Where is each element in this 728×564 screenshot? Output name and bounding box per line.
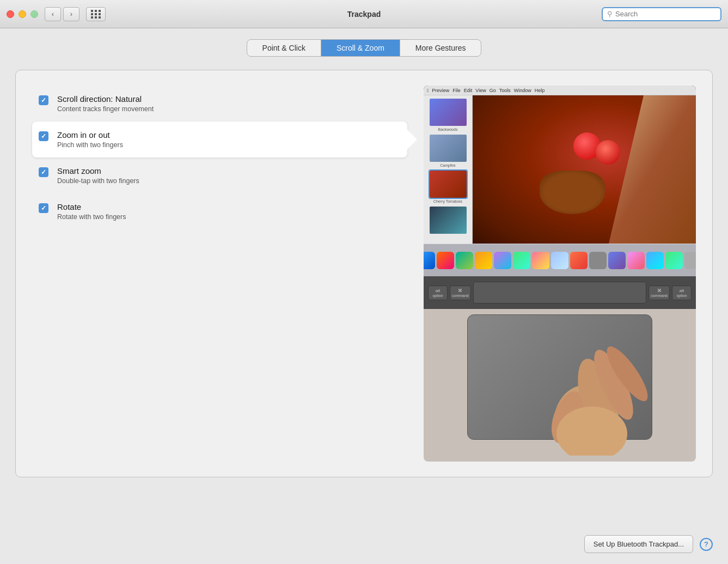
setting-scroll-direction[interactable]: ✓ Scroll direction: Natural Content trac… xyxy=(32,86,407,122)
key-alt-right-top: alt xyxy=(680,288,684,293)
dock-icon-11 xyxy=(608,252,626,269)
window-controls xyxy=(7,10,38,18)
grid-icon xyxy=(91,10,101,19)
checkbox-scroll-direction[interactable]: ✓ xyxy=(39,95,48,105)
sim-menu-window: Window xyxy=(514,88,531,93)
maximize-button[interactable] xyxy=(30,10,38,18)
setting-text-scroll-direction: Scroll direction: Natural Content tracks… xyxy=(57,94,401,113)
setting-title-scroll-direction: Scroll direction: Natural xyxy=(57,94,401,104)
sim-menu-view: View xyxy=(475,88,486,93)
search-box[interactable]: ⚲ xyxy=(602,7,721,21)
setting-desc-scroll-direction: Content tracks finger movement xyxy=(57,105,401,113)
tab-scroll-zoom[interactable]: Scroll & Zoom xyxy=(321,40,400,56)
dock-icon-10 xyxy=(589,252,607,269)
close-button[interactable] xyxy=(7,10,14,18)
hand-overlay xyxy=(543,314,663,456)
key-cmd-right-symbol: ⌘ xyxy=(657,288,662,293)
sim-menu-help: Help xyxy=(535,88,545,93)
bowl-shape xyxy=(540,171,605,214)
checkmark-icon: ✓ xyxy=(41,96,46,104)
mountain-bg xyxy=(609,95,696,244)
dock-icon-1 xyxy=(424,252,435,269)
key-alt-right: alt option xyxy=(672,286,692,300)
setting-desc-zoom-in-out: Pinch with two fingers xyxy=(57,141,401,149)
sim-menu-edit: Edit xyxy=(464,88,473,93)
dock-icon-12 xyxy=(627,252,645,269)
trackpad-area xyxy=(424,309,696,462)
dock-icon-5 xyxy=(494,252,511,269)
key-command-right: ⌘ command xyxy=(649,286,670,300)
checkmark-icon: ✓ xyxy=(41,168,46,176)
dock-icon-4 xyxy=(475,252,492,269)
checkbox-smart-zoom[interactable]: ✓ xyxy=(39,167,48,177)
tabs: Point & Click Scroll & Zoom More Gesture… xyxy=(247,39,482,57)
tabs-container: Point & Click Scroll & Zoom More Gesture… xyxy=(15,39,713,57)
grid-button[interactable] xyxy=(86,7,106,21)
preview-area:  Preview File Edit View Go Tools Window… xyxy=(424,86,696,462)
titlebar: ‹ › Trackpad ⚲ xyxy=(0,0,728,28)
checkbox-zoom-in-out[interactable]: ✓ xyxy=(39,131,48,141)
key-command-right-label: command xyxy=(651,294,668,298)
settings-list: ✓ Scroll direction: Natural Content trac… xyxy=(32,86,407,462)
dock-icon-8 xyxy=(551,252,568,269)
setting-desc-smart-zoom: Double-tap with two fingers xyxy=(57,177,401,185)
trackpad xyxy=(467,314,652,440)
panel: ✓ Scroll direction: Natural Content trac… xyxy=(15,70,713,477)
setting-text-zoom-in-out: Zoom in or out Pinch with two fingers xyxy=(57,130,401,149)
key-option-left-label: option xyxy=(430,294,445,298)
minimize-button[interactable] xyxy=(19,10,26,18)
keyboard-row: alt option ⌘ command ⌘ command alt optio… xyxy=(424,276,696,309)
setting-desc-rotate: Rotate with two fingers xyxy=(57,213,401,221)
back-button[interactable]: ‹ xyxy=(45,7,61,21)
dock-icon-13 xyxy=(646,252,664,269)
dock-icon-14 xyxy=(665,252,683,269)
setting-rotate[interactable]: ✓ Rotate Rotate with two fingers xyxy=(32,193,407,229)
setting-title-rotate: Rotate xyxy=(57,202,401,211)
tomatoes-image xyxy=(473,95,696,244)
sim-sidebar: Backwoods Campfire Cherry Tomatoes xyxy=(424,95,473,244)
sim-menu-file: File xyxy=(452,88,461,93)
sim-menu-tools: Tools xyxy=(499,88,511,93)
key-option-right-label: option xyxy=(674,294,689,298)
key-cmd-left-symbol: ⌘ xyxy=(458,288,462,293)
help-button[interactable]: ? xyxy=(700,538,713,551)
sim-menu-apple:  xyxy=(427,88,429,93)
checkmark-icon: ✓ xyxy=(41,204,46,212)
checkbox-rotate[interactable]: ✓ xyxy=(39,203,48,213)
sim-main-content xyxy=(473,95,696,244)
search-icon: ⚲ xyxy=(607,10,613,18)
dock-icon-9 xyxy=(570,252,588,269)
sim-dock xyxy=(424,244,696,276)
sim-thumb-label-3: Cherry Tomatoes xyxy=(424,199,472,203)
setting-zoom-in-out[interactable]: ✓ Zoom in or out Pinch with two fingers xyxy=(32,122,407,157)
dock-icon-15 xyxy=(684,252,696,269)
bottom-bar: Set Up Bluetooth Trackpad... ? xyxy=(584,535,713,553)
setting-smart-zoom[interactable]: ✓ Smart zoom Double-tap with two fingers xyxy=(32,157,407,193)
sim-thumb-1 xyxy=(430,99,467,126)
sim-menu-go: Go xyxy=(490,88,496,93)
tab-more-gestures[interactable]: More Gestures xyxy=(400,40,481,56)
bluetooth-trackpad-button[interactable]: Set Up Bluetooth Trackpad... xyxy=(584,535,693,553)
setting-text-smart-zoom: Smart zoom Double-tap with two fingers xyxy=(57,166,401,185)
setting-title-smart-zoom: Smart zoom xyxy=(57,166,401,175)
search-input[interactable] xyxy=(615,10,716,18)
forward-button[interactable]: › xyxy=(63,7,79,21)
sim-thumb-4 xyxy=(430,207,467,234)
sim-thumb-label-1: Backwoods xyxy=(424,128,472,131)
main-content: Point & Click Scroll & Zoom More Gesture… xyxy=(0,28,728,564)
dock-icon-6 xyxy=(513,252,530,269)
key-command-left-label: command xyxy=(452,294,469,298)
dock-icon-3 xyxy=(456,252,473,269)
hand-svg xyxy=(543,314,663,456)
sim-thumb-3 xyxy=(430,171,467,198)
sim-menubar:  Preview File Edit View Go Tools Window… xyxy=(424,86,696,95)
tab-point-click[interactable]: Point & Click xyxy=(247,40,321,56)
checkmark-icon: ✓ xyxy=(41,132,46,140)
tomato2 xyxy=(596,140,620,165)
sim-menu-preview: Preview xyxy=(432,88,449,93)
key-alt-left: alt option xyxy=(428,286,448,300)
key-alt-left-top: alt xyxy=(436,288,440,293)
preview-screen:  Preview File Edit View Go Tools Window… xyxy=(424,86,696,276)
sim-thumb-label-2: Campfire xyxy=(424,163,472,167)
sim-thumb-2 xyxy=(430,135,467,162)
